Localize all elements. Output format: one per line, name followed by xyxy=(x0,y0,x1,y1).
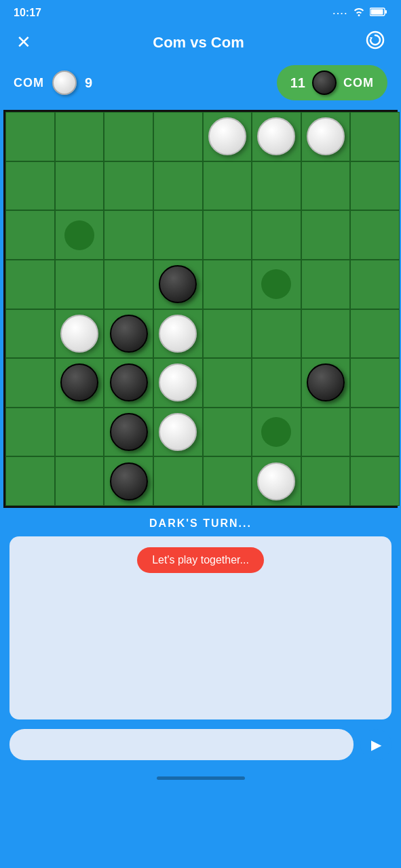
disc-black-5-2 xyxy=(110,363,148,401)
right-score: 11 xyxy=(290,75,305,91)
right-piece xyxy=(312,71,337,95)
cell-1-7[interactable] xyxy=(350,161,400,211)
left-piece xyxy=(52,71,77,95)
cell-1-3[interactable] xyxy=(153,161,203,211)
cell-5-0[interactable] xyxy=(5,358,55,408)
cell-5-7[interactable] xyxy=(350,358,400,408)
cell-3-0[interactable] xyxy=(5,260,55,309)
cell-5-3[interactable] xyxy=(153,358,203,408)
home-bar xyxy=(157,776,245,780)
cell-3-4[interactable] xyxy=(203,260,252,309)
send-button[interactable]: ▶ xyxy=(360,729,392,760)
disc-black-6-2 xyxy=(110,413,148,451)
cell-0-5[interactable] xyxy=(252,112,301,161)
close-button[interactable]: ✕ xyxy=(14,29,34,56)
score-right: 11 COM xyxy=(277,65,387,100)
cell-6-6[interactable] xyxy=(301,408,351,457)
status-bar: 10:17 ···· xyxy=(0,0,401,22)
cell-4-1[interactable] xyxy=(55,309,104,359)
cell-1-0[interactable] xyxy=(5,161,55,211)
disc-white-4-3 xyxy=(159,315,197,353)
cell-3-3[interactable] xyxy=(153,260,203,309)
cell-1-2[interactable] xyxy=(104,161,153,211)
cell-2-5[interactable] xyxy=(252,210,301,260)
cell-5-4[interactable] xyxy=(203,358,252,408)
cell-1-5[interactable] xyxy=(252,161,301,211)
cell-0-6[interactable] xyxy=(301,112,351,161)
cell-1-1[interactable] xyxy=(55,161,104,211)
cell-3-2[interactable] xyxy=(104,260,153,309)
cell-7-3[interactable] xyxy=(153,456,203,506)
cell-5-2[interactable] xyxy=(104,358,153,408)
cell-2-6[interactable] xyxy=(301,210,351,260)
cell-4-5[interactable] xyxy=(252,309,301,359)
cell-3-1[interactable] xyxy=(55,260,104,309)
header: ✕ Com vs Com xyxy=(0,22,401,65)
disc-white-0-5 xyxy=(257,117,295,155)
svg-rect-2 xyxy=(371,9,383,15)
cell-6-1[interactable] xyxy=(55,408,104,457)
chat-bubble: Let's play together... xyxy=(137,547,264,573)
game-board[interactable] xyxy=(5,112,400,506)
cell-0-0[interactable] xyxy=(5,112,55,161)
hint-6-5 xyxy=(261,417,291,447)
disc-white-6-3 xyxy=(159,413,197,451)
left-score: 9 xyxy=(85,75,92,91)
cell-6-0[interactable] xyxy=(5,408,55,457)
turn-status: DARK'S TURN... xyxy=(0,508,401,536)
game-board-container xyxy=(3,110,398,508)
reset-button[interactable] xyxy=(363,28,387,57)
cell-2-7[interactable] xyxy=(350,210,400,260)
cell-4-2[interactable] xyxy=(104,309,153,359)
disc-white-0-6 xyxy=(307,117,345,155)
cell-0-4[interactable] xyxy=(203,112,252,161)
cell-5-6[interactable] xyxy=(301,358,351,408)
disc-white-5-3 xyxy=(159,363,197,401)
cell-1-4[interactable] xyxy=(203,161,252,211)
chat-container: Let's play together... xyxy=(9,536,392,719)
cell-7-7[interactable] xyxy=(350,456,400,506)
disc-black-5-6 xyxy=(307,363,345,401)
left-player-label: COM xyxy=(14,76,44,90)
cell-3-6[interactable] xyxy=(301,260,351,309)
page-title: Com vs Com xyxy=(153,34,244,52)
cell-0-1[interactable] xyxy=(55,112,104,161)
cell-2-3[interactable] xyxy=(153,210,203,260)
cell-3-5[interactable] xyxy=(252,260,301,309)
cell-7-6[interactable] xyxy=(301,456,351,506)
cell-0-7[interactable] xyxy=(350,112,400,161)
cell-6-7[interactable] xyxy=(350,408,400,457)
cell-4-6[interactable] xyxy=(301,309,351,359)
cell-2-0[interactable] xyxy=(5,210,55,260)
cell-7-5[interactable] xyxy=(252,456,301,506)
cell-7-0[interactable] xyxy=(5,456,55,506)
cell-0-3[interactable] xyxy=(153,112,203,161)
chat-input[interactable] xyxy=(9,729,354,760)
cell-6-2[interactable] xyxy=(104,408,153,457)
cell-7-4[interactable] xyxy=(203,456,252,506)
cell-1-6[interactable] xyxy=(301,161,351,211)
cell-4-7[interactable] xyxy=(350,309,400,359)
hint-3-5 xyxy=(261,269,291,299)
cell-2-2[interactable] xyxy=(104,210,153,260)
cell-6-4[interactable] xyxy=(203,408,252,457)
cell-3-7[interactable] xyxy=(350,260,400,309)
signal-dots-icon: ···· xyxy=(333,8,348,18)
cell-2-1[interactable] xyxy=(55,210,104,260)
cell-5-1[interactable] xyxy=(55,358,104,408)
cell-2-4[interactable] xyxy=(203,210,252,260)
cell-4-4[interactable] xyxy=(203,309,252,359)
send-icon: ▶ xyxy=(371,736,381,753)
cell-4-3[interactable] xyxy=(153,309,203,359)
cell-6-3[interactable] xyxy=(153,408,203,457)
hint-2-1 xyxy=(64,220,94,250)
cell-4-0[interactable] xyxy=(5,309,55,359)
cell-5-5[interactable] xyxy=(252,358,301,408)
cell-7-2[interactable] xyxy=(104,456,153,506)
svg-point-3 xyxy=(367,32,383,48)
cell-6-5[interactable] xyxy=(252,408,301,457)
status-icons: ···· xyxy=(333,7,387,19)
cell-0-2[interactable] xyxy=(104,112,153,161)
cell-7-1[interactable] xyxy=(55,456,104,506)
battery-icon xyxy=(370,7,387,19)
